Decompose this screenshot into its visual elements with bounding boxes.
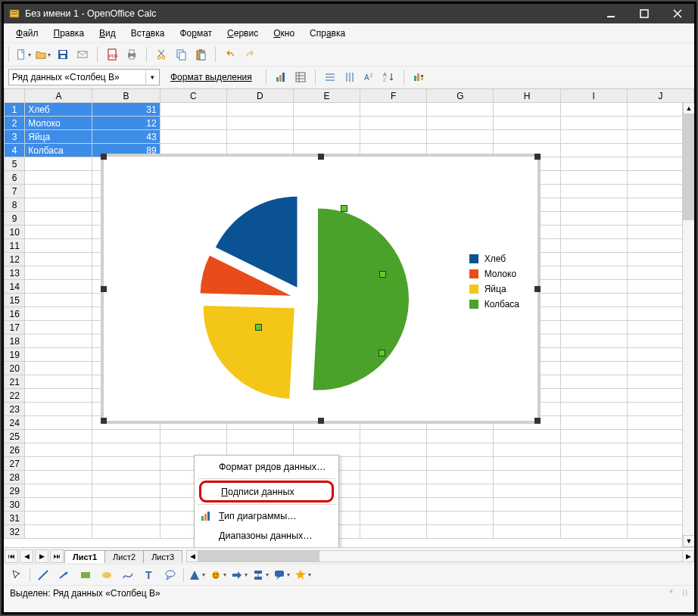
cell[interactable] [226, 430, 293, 443]
cell[interactable] [427, 144, 494, 157]
cell[interactable] [560, 280, 627, 294]
scroll-thumb[interactable] [683, 114, 694, 220]
cell[interactable] [560, 171, 627, 185]
vertical-scrollbar[interactable]: ▲ ▼ [682, 102, 694, 547]
cell[interactable] [294, 430, 360, 443]
hgrid-button[interactable] [322, 69, 338, 86]
cell[interactable] [427, 525, 494, 539]
save-button[interactable] [55, 46, 71, 63]
slice-handle[interactable] [379, 271, 386, 278]
cell[interactable] [92, 498, 160, 512]
row-header[interactable]: 19 [5, 348, 25, 362]
slice-handle[interactable] [341, 205, 347, 212]
combo-dropdown-button[interactable]: ▾ [145, 69, 159, 86]
row-header[interactable]: 21 [5, 375, 25, 389]
cell[interactable] [294, 144, 360, 157]
callouts-button[interactable]: ▾ [273, 567, 290, 583]
cell[interactable] [25, 198, 92, 212]
callout-tool-button[interactable] [162, 567, 179, 583]
column-header[interactable]: D [226, 89, 293, 103]
cell[interactable] [92, 457, 160, 471]
cell[interactable] [560, 403, 627, 416]
cell[interactable] [560, 443, 627, 457]
cell[interactable] [494, 512, 560, 525]
cell[interactable] [427, 103, 494, 117]
row-header[interactable]: 16 [5, 307, 25, 321]
cell[interactable] [360, 525, 427, 539]
cell[interactable] [560, 430, 627, 443]
row-header[interactable]: 25 [5, 430, 25, 443]
cell[interactable]: Хлеб [25, 103, 92, 117]
cell[interactable] [427, 484, 494, 498]
cell[interactable] [92, 525, 160, 539]
row-header[interactable]: 12 [5, 253, 25, 266]
chart-data-button[interactable] [292, 69, 309, 86]
row-header[interactable]: 3 [5, 130, 25, 144]
row-header[interactable]: 18 [5, 334, 25, 348]
cell[interactable] [160, 130, 226, 144]
slice-handle[interactable] [255, 324, 262, 331]
cell[interactable] [360, 457, 427, 471]
cell[interactable] [25, 375, 92, 389]
cell[interactable] [25, 157, 92, 171]
format-selection-link[interactable]: Формат выделения [164, 72, 258, 82]
axis-labels-button[interactable]: AZ [361, 69, 378, 86]
cell[interactable] [92, 471, 160, 484]
row-header[interactable]: 20 [5, 362, 25, 375]
cell[interactable] [560, 266, 627, 280]
cell[interactable] [25, 334, 92, 348]
cell[interactable] [560, 212, 627, 226]
next-sheet-button[interactable]: ▶ [35, 549, 48, 563]
sheet-tab[interactable]: Лист1 [64, 550, 105, 563]
row-header[interactable]: 2 [5, 117, 25, 130]
row-header[interactable]: 13 [5, 266, 25, 280]
resize-handle[interactable] [318, 418, 324, 424]
print-button[interactable] [123, 46, 140, 63]
menu-item[interactable]: Вставка [123, 26, 173, 41]
column-header[interactable]: C [160, 89, 226, 103]
row-header[interactable]: 31 [5, 512, 25, 525]
chart-type-button[interactable] [273, 69, 289, 86]
row-header[interactable]: 17 [5, 321, 25, 334]
cell[interactable] [360, 484, 427, 498]
slice-handle[interactable] [379, 350, 385, 356]
menu-item[interactable]: Справка [302, 26, 353, 41]
cell[interactable] [560, 144, 627, 157]
resize-handle[interactable] [101, 286, 107, 292]
cell[interactable] [25, 471, 92, 484]
cell[interactable] [560, 253, 627, 266]
resize-handle[interactable] [534, 286, 541, 292]
cell[interactable] [560, 389, 627, 403]
cell[interactable] [494, 117, 560, 130]
undo-button[interactable] [222, 46, 238, 63]
row-header[interactable]: 28 [5, 471, 25, 484]
chart-object[interactable]: Хлеб Молоко Яйца Колбаса [104, 157, 538, 421]
cell[interactable] [560, 198, 627, 212]
row-header[interactable]: 9 [5, 212, 25, 226]
row-header[interactable]: 15 [5, 294, 25, 307]
cell[interactable] [560, 471, 627, 484]
resize-grip[interactable]: ⁞⁞ [682, 588, 688, 598]
new-button[interactable]: ▾ [15, 46, 32, 63]
menu-item[interactable]: Окно [266, 26, 302, 41]
block-arrows-button[interactable]: ▾ [231, 567, 248, 583]
cell[interactable] [25, 403, 92, 416]
cell[interactable] [494, 498, 560, 512]
pointer-tool-button[interactable] [8, 567, 25, 583]
row-header[interactable]: 8 [5, 198, 25, 212]
basic-shapes-button[interactable]: ▾ [189, 567, 205, 583]
column-header[interactable]: G [427, 89, 494, 103]
cell[interactable] [560, 484, 627, 498]
cell[interactable] [160, 117, 226, 130]
cell[interactable] [560, 321, 627, 334]
cut-button[interactable] [153, 46, 170, 63]
column-header[interactable]: B [92, 89, 160, 103]
cell[interactable] [494, 144, 560, 157]
vgrid-button[interactable] [341, 69, 358, 86]
flowchart-button[interactable]: ▾ [252, 567, 269, 583]
cell[interactable] [494, 103, 560, 117]
cell[interactable] [360, 512, 427, 525]
row-header[interactable]: 5 [5, 157, 25, 171]
cell[interactable] [25, 498, 92, 512]
cell[interactable] [560, 103, 627, 117]
